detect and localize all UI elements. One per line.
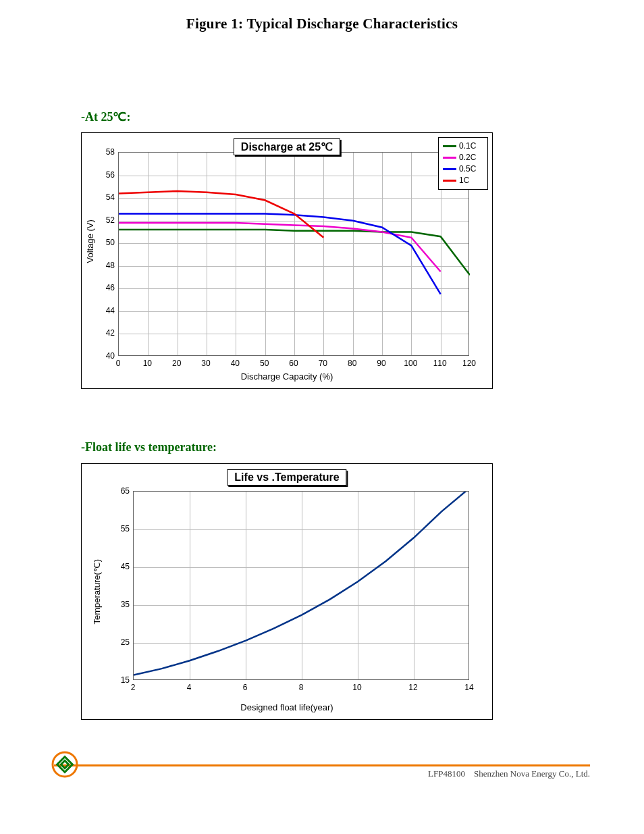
legend-label: 0.5C: [459, 163, 476, 175]
chart-lines: [119, 153, 470, 357]
x-tick-label: 70: [319, 359, 327, 368]
y-tick-label: 54: [84, 192, 115, 202]
y-tick-label: 56: [84, 170, 115, 180]
x-tick-label: 90: [377, 359, 385, 368]
chart2-container: Life vs .Temperature Temperature(℃) Desi…: [81, 463, 493, 720]
x-tick-label: 50: [260, 359, 269, 368]
x-tick-label: 4: [187, 683, 192, 692]
x-tick-label: 10: [352, 683, 361, 692]
y-tick-label: 52: [84, 215, 115, 225]
page-footer: LFP48100 Shenzhen Nova Energy Co., Ltd.: [54, 764, 590, 766]
x-tick-label: 0: [116, 359, 121, 368]
chart1-legend: 0.1C 0.2C 0.5C 1C: [438, 137, 488, 190]
legend-item: 0.2C: [443, 152, 483, 163]
chart2-xlabel: Designed float life(year): [82, 702, 492, 712]
x-tick-label: 40: [231, 359, 240, 368]
chart2-title: Life vs .Temperature: [227, 469, 346, 486]
legend-item: 0.1C: [443, 140, 483, 152]
chart1-title: Discharge at 25℃: [234, 138, 340, 155]
y-tick-label: 44: [84, 306, 115, 315]
legend-label: 0.2C: [459, 152, 476, 163]
x-tick-label: 80: [348, 359, 356, 368]
y-tick-label: 65: [99, 486, 130, 496]
y-tick-label: 25: [99, 637, 130, 647]
legend-item: 1C: [443, 175, 483, 186]
y-tick-label: 58: [84, 147, 115, 157]
y-tick-label: 42: [84, 328, 115, 338]
series-line: [119, 230, 470, 275]
x-tick-label: 30: [201, 359, 210, 368]
y-tick-label: 46: [84, 283, 115, 292]
x-tick-label: 60: [289, 359, 298, 368]
series-line: [119, 214, 441, 294]
x-tick-label: 14: [464, 683, 473, 692]
x-tick-label: 100: [404, 359, 417, 368]
y-tick-label: 40: [84, 351, 115, 361]
series-line: [134, 492, 470, 675]
chart2-plot-area: [133, 491, 469, 680]
x-tick-label: 6: [243, 683, 248, 692]
y-tick-label: 45: [99, 562, 130, 571]
x-tick-label: 2: [131, 683, 136, 692]
y-tick-label: 48: [84, 261, 115, 270]
chart1-plot-area: [118, 152, 469, 356]
x-tick-label: 12: [408, 683, 417, 692]
y-tick-label: 35: [99, 600, 130, 609]
chart1-section-title: -At 25℃:: [81, 109, 130, 124]
svg-rect-2: [61, 760, 68, 768]
y-tick-label: 15: [99, 675, 130, 685]
y-tick-label: 50: [84, 238, 115, 247]
x-tick-label: 120: [462, 359, 476, 368]
company-logo-icon: [51, 751, 78, 781]
x-tick-label: 10: [143, 359, 152, 368]
footer-company: LFP48100 Shenzhen Nova Energy Co., Ltd.: [428, 768, 590, 779]
legend-label: 0.1C: [459, 140, 476, 152]
legend-item: 0.5C: [443, 163, 483, 175]
chart-lines: [134, 492, 470, 681]
x-tick-label: 20: [172, 359, 181, 368]
x-tick-label: 110: [433, 359, 447, 368]
y-tick-label: 55: [99, 524, 130, 533]
chart1-container: Discharge at 25℃ 0.1C 0.2C 0.5C 1C Volta…: [81, 132, 493, 389]
svg-rect-1: [57, 757, 73, 773]
chart1-xlabel: Discharge Capacity (%): [82, 371, 492, 382]
page-title: Figure 1: Typical Discharge Characterist…: [0, 16, 644, 32]
chart2-section-title: -Float life vs temperature:: [81, 440, 217, 454]
legend-label: 1C: [459, 175, 469, 186]
x-tick-label: 8: [299, 683, 304, 692]
